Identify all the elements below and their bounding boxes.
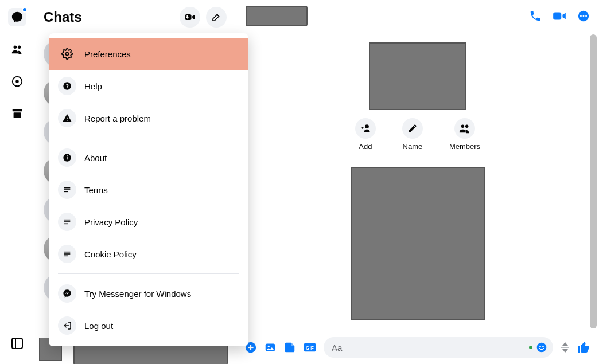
help-icon: ? [58,77,76,95]
logout-icon [58,316,76,335]
sidebar: Chats [34,0,236,364]
redacted-block [246,6,308,26]
composer: GIF Aa [236,331,599,364]
group-name-button[interactable]: Name [402,118,423,151]
members-icon [454,118,475,139]
menu-item-terms[interactable]: Terms [49,174,248,206]
svg-rect-11 [187,16,188,18]
rail-chats-icon[interactable] [8,8,26,26]
emoji-icon[interactable] [536,342,547,353]
svg-point-48 [539,346,540,347]
svg-rect-6 [12,338,22,349]
gear-icon [58,45,76,63]
info-icon [58,148,76,167]
svg-point-1 [17,46,20,49]
menu-item-logout[interactable]: Log out [49,310,248,342]
menu-item-label: Privacy Policy [84,217,138,227]
doc-icon [58,181,76,199]
menu-item-try-desktop[interactable]: Try Messenger for Windows [49,277,248,310]
conversation-body: Add Name Members [236,32,599,331]
redacted-block [351,167,485,320]
svg-point-35 [365,124,369,128]
group-action-label: Name [403,142,423,151]
composer-input[interactable]: Aa [324,337,553,358]
menu-item-cookie[interactable]: Cookie Policy [49,238,248,270]
svg-text:?: ? [65,83,69,89]
svg-point-44 [268,346,270,347]
svg-rect-19 [67,155,67,156]
warning-icon [58,109,76,127]
conversation-header [236,0,599,32]
group-action-label: Members [449,142,480,151]
doc-icon [58,245,76,263]
sidebar-title: Chats [44,9,174,25]
redacted-block [369,42,466,110]
doc-icon [58,213,76,231]
menu-item-label: Help [84,81,102,91]
settings-menu: Preferences ? Help Report a problem Abou… [49,33,248,346]
group-action-label: Add [359,142,372,151]
menu-item-about[interactable]: About [49,142,248,174]
composer-image-button[interactable] [264,341,277,354]
svg-point-33 [583,15,585,17]
menu-item-report[interactable]: Report a problem [49,102,248,134]
svg-rect-18 [67,157,67,160]
menu-item-label: Preferences [84,49,131,59]
menu-separator [58,273,239,274]
composer-expand-button[interactable] [560,342,570,353]
left-rail [0,0,34,364]
rail-archive-icon[interactable] [8,104,26,123]
menu-item-preferences[interactable]: Preferences [49,38,248,70]
menu-separator [58,138,239,138]
menu-item-privacy[interactable]: Privacy Policy [49,206,248,238]
svg-text:GIF: GIF [306,346,314,351]
composer-placeholder: Aa [332,343,342,353]
audio-call-button[interactable] [529,10,542,22]
rail-marketplace-icon[interactable] [8,72,26,91]
svg-point-38 [461,125,465,128]
svg-point-47 [537,343,547,353]
compose-button[interactable] [206,7,227,28]
svg-rect-30 [553,12,561,19]
svg-point-0 [13,46,16,49]
conversation-info-button[interactable] [577,10,590,22]
composer-gif-button[interactable]: GIF [303,341,317,354]
svg-point-12 [66,53,69,56]
svg-rect-5 [13,112,21,118]
menu-item-help[interactable]: ? Help [49,70,248,102]
menu-item-label: Log out [84,321,113,331]
svg-point-49 [542,346,543,347]
svg-point-3 [15,80,19,83]
add-person-icon [355,118,376,139]
svg-point-32 [580,15,582,17]
svg-point-34 [585,15,587,17]
svg-rect-16 [67,120,67,120]
composer-like-button[interactable] [577,340,591,354]
new-video-room-button[interactable] [180,7,200,28]
group-members-button[interactable]: Members [449,118,480,151]
menu-item-label: About [84,153,107,163]
messenger-icon [58,284,76,303]
unread-badge-icon [22,7,28,13]
pencil-icon [402,118,423,139]
rail-people-icon[interactable] [8,40,26,58]
group-add-button[interactable]: Add [355,118,376,151]
menu-item-label: Cookie Policy [84,249,137,259]
video-call-button[interactable] [552,9,567,24]
composer-sticker-button[interactable] [283,341,296,354]
active-status-dot-icon [529,346,532,349]
menu-item-label: Try Messenger for Windows [84,289,191,299]
svg-rect-4 [12,109,22,112]
rail-bottom-icon[interactable] [10,336,24,350]
menu-item-label: Terms [84,185,108,195]
sidebar-header: Chats [34,0,236,34]
svg-point-39 [465,125,469,128]
conversation-pane: Add Name Members [236,0,599,364]
menu-item-label: Report a problem [84,113,151,123]
svg-rect-15 [67,118,67,119]
group-actions: Add Name Members [355,118,480,151]
main-scrollbar[interactable] [590,34,597,328]
